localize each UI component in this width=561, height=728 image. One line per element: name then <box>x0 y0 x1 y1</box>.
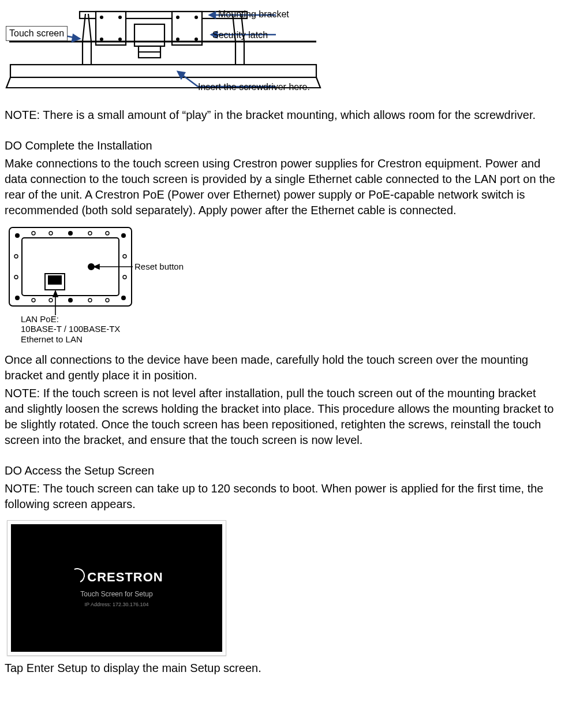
label-touch-screen: Touch screen <box>6 26 68 41</box>
svg-point-38 <box>49 298 53 302</box>
label-lan-line2: 10BASE-T / 100BASE-TX <box>21 324 120 334</box>
svg-point-39 <box>88 298 92 302</box>
svg-point-33 <box>32 232 35 235</box>
svg-rect-46 <box>48 276 61 284</box>
svg-point-28 <box>121 233 126 238</box>
svg-point-7 <box>118 38 122 41</box>
figure-mounting-bracket: Touch screen Mounting bracket Security l… <box>5 7 357 99</box>
boot-subtitle: Touch Screen for Setup <box>80 589 152 599</box>
figure-rear-panel: Reset button LAN PoE: 10BASE-T / 100BASE… <box>5 223 212 344</box>
svg-point-40 <box>106 298 109 302</box>
svg-point-37 <box>32 298 35 302</box>
svg-rect-12 <box>134 24 164 46</box>
label-reset-button: Reset button <box>134 262 184 271</box>
crestron-swirl-icon <box>68 566 87 585</box>
svg-point-8 <box>176 16 179 19</box>
svg-point-41 <box>14 255 18 258</box>
svg-point-6 <box>100 38 103 41</box>
label-mounting-bracket: Mounting bracket <box>218 8 289 21</box>
note-boot-time: NOTE: The touch screen can take up to 12… <box>5 481 556 512</box>
heading-complete-installation: DO Complete the Installation <box>5 138 556 154</box>
svg-point-42 <box>14 275 18 279</box>
svg-point-29 <box>15 296 20 300</box>
svg-point-44 <box>123 275 126 279</box>
label-lan-line3: Ethernet to LAN <box>21 334 120 344</box>
svg-point-4 <box>100 16 103 19</box>
svg-marker-51 <box>53 291 58 297</box>
svg-point-27 <box>15 233 20 238</box>
svg-point-36 <box>106 232 109 235</box>
para-place-in-position: Once all connections to the device have … <box>5 352 556 383</box>
note-level: NOTE: If the touch screen is not level a… <box>5 386 556 448</box>
svg-point-34 <box>49 232 53 235</box>
svg-rect-0 <box>10 65 316 77</box>
svg-point-10 <box>176 38 179 41</box>
note-play: NOTE: There is a small amount of “play” … <box>5 107 556 123</box>
svg-marker-17 <box>210 12 215 18</box>
label-security-latch: Security latch <box>212 29 268 42</box>
svg-point-32 <box>68 298 73 303</box>
svg-point-35 <box>88 232 92 235</box>
svg-marker-49 <box>94 264 99 269</box>
closing-line: Tap Enter Setup to display the main Setu… <box>5 660 556 676</box>
body-complete-installation: Make connections to the touch screen usi… <box>5 156 556 218</box>
label-lan-line1: LAN PoE: <box>21 314 120 324</box>
svg-point-9 <box>195 16 198 19</box>
svg-point-11 <box>195 38 198 41</box>
figure-boot-screen: CRESTRON Touch Screen for Setup IP Addre… <box>7 520 226 656</box>
svg-point-43 <box>123 255 126 258</box>
label-insert-screwdriver: Insert the screwdriver here. <box>198 81 310 94</box>
boot-ip-address: IP Address: 172.30.176.104 <box>85 601 149 608</box>
svg-point-30 <box>121 296 126 300</box>
svg-marker-24 <box>72 35 80 42</box>
heading-access-setup: DO Access the Setup Screen <box>5 463 556 479</box>
svg-point-31 <box>68 231 73 236</box>
svg-point-5 <box>118 16 122 19</box>
crestron-logo: CRESTRON <box>70 568 163 586</box>
